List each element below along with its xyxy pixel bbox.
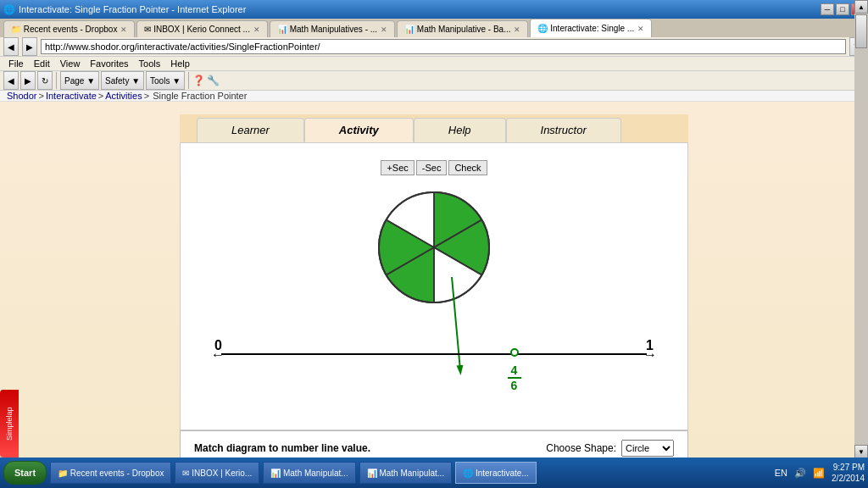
remove-section-button[interactable]: -Sec: [416, 160, 448, 175]
title-bar-left: 🌐 Interactivate: Single Fraction Pointer…: [3, 4, 246, 15]
minimize-button[interactable]: ─: [821, 3, 834, 15]
tab-label: 📁 Recent events - Dropbox: [11, 25, 117, 34]
toolbar-safety[interactable]: Safety ▼: [101, 71, 144, 90]
breadcrumb-interactivate[interactable]: Interactivate: [46, 91, 97, 101]
nl-pointer: [510, 348, 519, 357]
toolbar-help-icon: ❓: [192, 75, 205, 86]
toolbar-back[interactable]: ◀: [3, 71, 19, 90]
tab-close-icon[interactable]: ✕: [253, 25, 260, 34]
taskbar-item-interactivate[interactable]: 🌐 Interactivate...: [455, 462, 537, 484]
tab-close-icon[interactable]: ✕: [120, 25, 127, 34]
taskbar-item-math1[interactable]: 📊 Math Manipulat...: [263, 462, 355, 484]
taskbar-math2-label: 📊 Math Manipulat...: [367, 469, 444, 478]
nl-fraction: 4 6: [508, 363, 521, 392]
toolbar-refresh[interactable]: ↻: [37, 71, 53, 90]
breadcrumb-activities[interactable]: Activities: [105, 91, 142, 101]
toolbar-separator: [56, 72, 57, 89]
scroll-thumb[interactable]: [855, 14, 867, 48]
taskbar: Start 📁 Recent events - Dropbox ✉ INBOX …: [0, 458, 868, 488]
breadcrumb-sep1: >: [38, 91, 43, 101]
tab-activity[interactable]: Activity: [304, 118, 414, 142]
toolbar-forward[interactable]: ▶: [20, 71, 36, 90]
browser-tabs: 📁 Recent events - Dropbox ✕ ✉ INBOX | Ke…: [0, 19, 868, 37]
tab-label: ✉ INBOX | Kerio Connect ...: [144, 25, 250, 34]
tab-label: 📊 Math Manipulative - Ba...: [404, 25, 510, 34]
tab-close-icon[interactable]: ✕: [381, 25, 387, 34]
tab-learner[interactable]: Learner: [197, 118, 304, 142]
menu-edit[interactable]: Edit: [29, 57, 55, 70]
toolbar-addon-icon: 🔧: [207, 75, 220, 86]
back-button[interactable]: ◀: [3, 37, 19, 56]
breadcrumb-sep2: >: [98, 91, 103, 101]
browser-tab-math1[interactable]: 📊 Math Manipulatives - ... ✕: [270, 20, 395, 37]
scroll-down-button[interactable]: ▼: [854, 445, 868, 458]
simplelap-panel[interactable]: Simplelap: [0, 390, 19, 458]
scrollbar[interactable]: ▲ ▼: [854, 0, 868, 458]
match-instruction: Match diagram to number line value.: [194, 442, 370, 454]
network-status-icon: 📶: [813, 468, 825, 479]
menu-file[interactable]: File: [3, 57, 29, 70]
menu-view[interactable]: View: [55, 57, 86, 70]
number-line-area: 0 1 ← → 4 6: [214, 353, 654, 355]
network-icon: EN: [775, 468, 787, 478]
clock-time: 9:27 PM: [832, 462, 865, 473]
breadcrumb-sep3: >: [144, 91, 149, 101]
shape-select[interactable]: Circle Square Triangle: [621, 440, 674, 457]
taskbar-dropbox-label: 📁 Recent events - Dropbox: [58, 469, 164, 478]
page-tabs: Learner Activity Help Instructor: [180, 114, 688, 142]
content-area: Learner Activity Help Instructor +Sec -S…: [0, 102, 868, 476]
fraction-numerator: 4: [508, 363, 521, 377]
menu-favorites[interactable]: Favorites: [85, 57, 133, 70]
taskbar-math1-label: 📊 Math Manipulat...: [270, 469, 348, 478]
check-button[interactable]: Check: [448, 160, 487, 175]
breadcrumb-shodor[interactable]: Shodor: [7, 91, 36, 101]
fraction-denominator: 6: [508, 379, 521, 392]
address-bar: ◀ ▶ ↻: [0, 37, 868, 57]
breadcrumb-current: Single Fraction Pointer: [153, 91, 247, 101]
tab-close-icon[interactable]: ✕: [514, 25, 520, 34]
toolbar-tools[interactable]: Tools ▼: [146, 71, 185, 90]
taskbar-item-math2[interactable]: 📊 Math Manipulat...: [359, 462, 452, 484]
volume-icon: 🔊: [794, 468, 806, 479]
taskbar-interactivate-label: 🌐 Interactivate...: [463, 469, 529, 478]
tab-label: 📊 Math Manipulatives - ...: [277, 25, 377, 34]
browser-tab-dropbox[interactable]: 📁 Recent events - Dropbox ✕: [3, 20, 135, 37]
controls-row1: Match diagram to number line value. Choo…: [194, 440, 674, 457]
shape-label: Choose Shape:: [546, 442, 616, 454]
toolbar-page[interactable]: Page ▼: [60, 71, 99, 90]
fraction-controls: +Sec -Sec Check: [198, 160, 670, 175]
menu-bar: File Edit View Favorites Tools Help: [0, 57, 868, 71]
menu-help[interactable]: Help: [165, 57, 195, 70]
tab-help[interactable]: Help: [414, 118, 506, 142]
forward-button[interactable]: ▶: [22, 37, 37, 56]
circle-container[interactable]: [198, 184, 670, 311]
breadcrumb: Shodor > Interactivate > Activities > Si…: [0, 91, 868, 102]
tab-close-icon[interactable]: ✕: [637, 25, 644, 33]
browser-tab-kerio[interactable]: ✉ INBOX | Kerio Connect ... ✕: [136, 20, 268, 37]
taskbar-right: EN 🔊 📶 9:27 PM 2/2/2014: [775, 462, 865, 484]
tab-instructor[interactable]: Instructor: [506, 118, 621, 142]
scroll-up-button[interactable]: ▲: [854, 0, 868, 14]
number-line: ← →: [221, 353, 647, 355]
scroll-track[interactable]: [854, 14, 868, 445]
window-title: Interactivate: Single Fraction Pointer -…: [19, 4, 246, 14]
taskbar-item-dropbox[interactable]: 📁 Recent events - Dropbox: [50, 462, 171, 484]
tab-label: 🌐 Interactivate: Single ...: [537, 24, 634, 33]
taskbar-item-kerio[interactable]: ✉ INBOX | Kerio...: [175, 462, 259, 484]
toolbar: ◀ ▶ ↻ Page ▼ Safety ▼ Tools ▼ ❓ 🔧: [0, 71, 868, 91]
add-section-button[interactable]: +Sec: [381, 160, 414, 175]
browser-tab-interactivate[interactable]: 🌐 Interactivate: Single ... ✕: [530, 19, 652, 37]
maximize-button[interactable]: □: [836, 3, 849, 15]
fraction-circle[interactable]: [370, 184, 498, 311]
number-line-wrapper: 0 1 ← → 4 6: [198, 328, 670, 413]
clock: 9:27 PM 2/2/2014: [832, 462, 865, 484]
address-input[interactable]: [41, 39, 846, 54]
activity-area: +Sec -Sec Check: [180, 142, 688, 430]
browser-tab-math2[interactable]: 📊 Math Manipulative - Ba... ✕: [397, 20, 528, 37]
toolbar-separator-2: [188, 72, 189, 89]
menu-tools[interactable]: Tools: [134, 57, 166, 70]
clock-date: 2/2/2014: [832, 473, 865, 484]
start-button[interactable]: Start: [3, 461, 47, 485]
shape-selector: Choose Shape: Circle Square Triangle: [546, 440, 674, 457]
title-bar: 🌐 Interactivate: Single Fraction Pointer…: [0, 0, 868, 19]
